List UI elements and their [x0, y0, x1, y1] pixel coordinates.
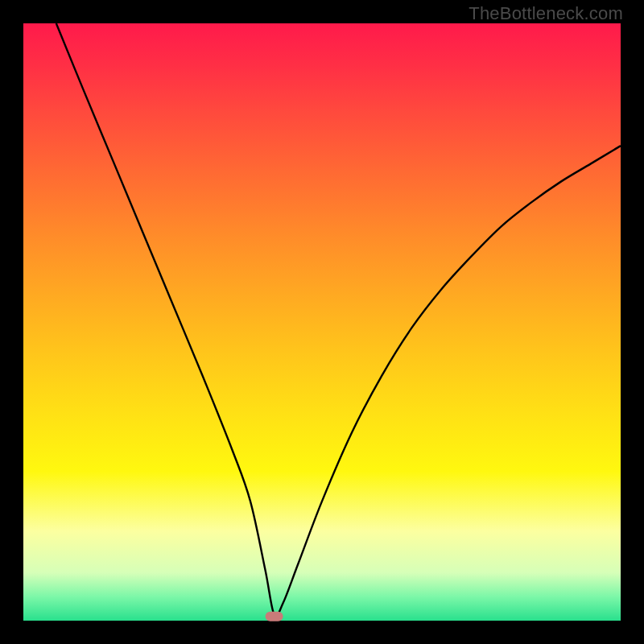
chart-frame: TheBottleneck.com [0, 0, 644, 644]
chart-svg [0, 0, 644, 644]
minimum-marker [266, 612, 283, 621]
bottleneck-curve [56, 23, 621, 617]
